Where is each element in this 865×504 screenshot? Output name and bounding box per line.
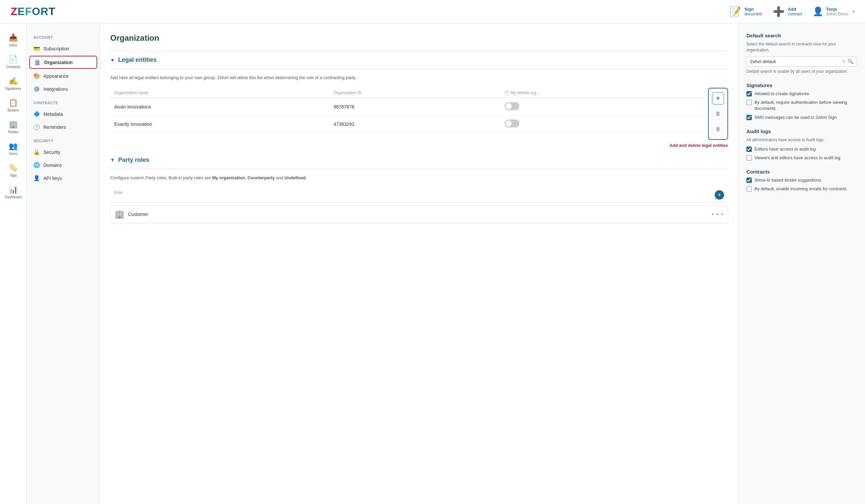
appearance-icon: 🎨 <box>33 73 40 79</box>
nav-item-subscription[interactable]: 💳 Subscription <box>27 42 100 55</box>
sidebar-item-binders[interactable]: 📋 Binders <box>0 95 26 116</box>
sidebar-item-label: Tags <box>10 174 17 177</box>
users-icon: 👥 <box>9 142 18 151</box>
contracts-checkbox-label-2: By default, enable incoming emails for c… <box>754 186 846 192</box>
reminders-icon: 🕐 <box>33 124 40 130</box>
api-keys-icon: 👤 <box>33 175 40 181</box>
security-icon: 🔒 <box>33 149 40 155</box>
party-roles-header[interactable]: ▼ Party roles <box>110 156 728 164</box>
nav-item-label: Metadata <box>43 112 63 117</box>
contracts-checkbox-row-2: By default, enable incoming emails for c… <box>747 186 857 192</box>
sig-checkbox-row-3: SMS messages can be used in Zefort Sign <box>747 115 857 120</box>
subscription-icon: 💳 <box>33 45 40 52</box>
default-search-hint: Default search is usable by all users of… <box>747 68 857 74</box>
sidebar-item-label: Dashboard <box>5 195 21 199</box>
sig-checkbox-2[interactable] <box>747 100 752 105</box>
nav-item-api-keys[interactable]: 👤 API keys <box>27 172 100 185</box>
delete-entity-button-2[interactable]: 🗑 <box>712 123 724 135</box>
legal-entities-desc: Add here all legal entities belonging to… <box>110 74 728 81</box>
add-contract-button[interactable]: ➕ Add contract <box>773 6 802 17</box>
sign-label: Sign <box>745 7 762 12</box>
customer-name: Customer <box>128 212 708 217</box>
sidebar-item-label: Inbox <box>9 43 17 47</box>
account-section-title: ACCOUNT <box>27 30 100 42</box>
sig-checkbox-1[interactable] <box>747 91 752 96</box>
entity-id-cell: 98787876 <box>330 98 500 116</box>
nav-item-label: Subscription <box>43 46 69 51</box>
customer-more-button[interactable]: • • • <box>712 211 724 217</box>
sidebar-item-signatures[interactable]: ✍️ Signatures <box>0 73 26 94</box>
sidebar-item-users[interactable]: 👥 Users <box>0 139 26 159</box>
contracts-checkbox-label-1: Show AI based binder suggestions <box>754 177 821 183</box>
nav-item-reminders[interactable]: 🕐 Reminders <box>27 120 100 133</box>
org-id-col-header: Organization ID <box>330 88 500 98</box>
nav-item-domains[interactable]: 🌐 Domains <box>27 159 100 172</box>
user-menu[interactable]: 👤 Tanja Zefort Demo ▾ <box>812 6 854 17</box>
page-title: Organization <box>110 33 728 43</box>
help-icon[interactable]: ? <box>505 91 509 95</box>
entities-table: Organization name Organization ID ? My d… <box>110 88 705 133</box>
binders-icon: 📋 <box>9 98 18 107</box>
sig-checkbox-label-2: By default, require authentication befor… <box>754 99 857 112</box>
audit-checkbox-1[interactable] <box>747 146 752 152</box>
default-search-input[interactable] <box>750 59 842 64</box>
entities-main-table: Organization name Organization ID ? My d… <box>110 88 728 140</box>
delete-entity-button-1[interactable]: 🗑 <box>712 108 724 120</box>
domains-icon: 🌐 <box>33 162 40 168</box>
org-name-col-header: Organization name <box>110 88 330 98</box>
sign-sub-label: document <box>745 12 762 16</box>
default-toggle-2[interactable] <box>505 119 519 128</box>
sidebar-item-tags[interactable]: 🏷️ Tags <box>0 160 26 180</box>
contracts-icon: 📄 <box>9 55 18 64</box>
nav-item-security[interactable]: 🔒 Security <box>27 145 100 159</box>
customer-icon: 🏢 <box>115 210 125 219</box>
top-navigation: ZEFORT 📝 Sign document ➕ Add contract 👤 … <box>0 0 865 23</box>
audit-checkbox-row-2: Viewers and editors have access to audit… <box>747 155 857 161</box>
add-contract-icon: ➕ <box>773 6 785 17</box>
contracts-section-title: CONTRACTS <box>27 95 100 107</box>
add-entity-button[interactable]: + <box>712 92 724 105</box>
nav-item-label: API keys <box>43 176 62 181</box>
user-name: Tanja <box>826 7 848 12</box>
nav-item-label: Appearance <box>43 73 69 79</box>
nav-item-organization[interactable]: 🏛️ Organization <box>30 56 97 69</box>
sign-document-button[interactable]: 📝 Sign document <box>729 6 762 17</box>
sig-checkbox-row-2: By default, require authentication befor… <box>747 99 857 112</box>
sig-checkbox-3[interactable] <box>747 115 752 120</box>
user-org: Zefort Demo <box>826 12 848 16</box>
sidebar-item-label: Contracts <box>6 65 20 69</box>
nav-item-integrations[interactable]: ⚙️ Integrations <box>27 82 100 95</box>
signatures-icon: ✍️ <box>9 77 18 85</box>
entities-action-box: + 🗑 🗑 <box>708 88 728 140</box>
entity-name-cell: Exactly Innovation <box>110 116 330 133</box>
user-icon: 👤 <box>812 6 823 17</box>
add-role-button[interactable]: + <box>715 190 724 200</box>
sig-checkbox-row-1: Allowed to create signatures <box>747 91 857 97</box>
search-magnify-icon[interactable]: 🔍 <box>847 59 853 64</box>
add-contract-sub-label: contract <box>788 12 802 16</box>
dashboard-icon: 📊 <box>9 185 18 194</box>
default-search-title: Default search <box>747 33 857 38</box>
default-toggle-1[interactable] <box>505 102 519 110</box>
logo[interactable]: ZEFORT <box>11 5 56 18</box>
audit-logs-section: Audit logs All administrators have acces… <box>747 129 857 161</box>
sidebar-item-contracts[interactable]: 📄 Contracts <box>0 52 26 72</box>
contracts-checkbox-1[interactable] <box>747 178 752 183</box>
sidebar-item-inbox[interactable]: 📥 Inbox <box>0 30 26 50</box>
contracts-checkbox-2[interactable] <box>747 186 752 191</box>
nav-item-label: Organization <box>44 60 73 65</box>
entity-id-cell: 47383292 <box>330 116 500 133</box>
entity-toggle-cell <box>500 116 705 133</box>
legal-entities-header[interactable]: ▼ Legal entities <box>110 56 728 63</box>
entity-toggle-cell <box>500 98 705 116</box>
right-panel: Default search Select the default search… <box>738 23 865 504</box>
signatures-section: Signatures Allowed to create signatures … <box>747 82 857 120</box>
audit-checkbox-2[interactable] <box>747 155 752 161</box>
contracts-checkbox-row-1: Show AI based binder suggestions <box>747 177 857 183</box>
left-navigation: ACCOUNT 💳 Subscription 🏛️ Organization 🎨… <box>27 23 100 504</box>
sidebar-item-dashboard[interactable]: 📊 Dashboard <box>0 182 26 202</box>
search-clear-icon[interactable]: ✕ <box>842 59 846 64</box>
sidebar-item-parties[interactable]: 🏢 Parties <box>0 117 26 137</box>
nav-item-metadata[interactable]: 🔷 Metadata <box>27 107 100 120</box>
nav-item-appearance[interactable]: 🎨 Appearance <box>27 69 100 82</box>
